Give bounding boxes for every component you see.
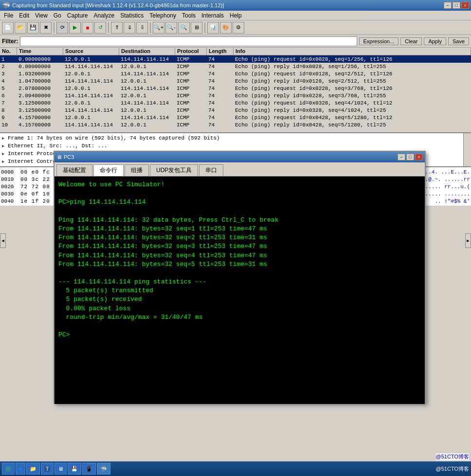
sep4 bbox=[204, 22, 205, 33]
col-header-info[interactable]: Info bbox=[234, 48, 471, 55]
menu-internals[interactable]: Internals bbox=[199, 11, 227, 20]
wireshark-taskbar-icon: 🦈 bbox=[100, 466, 107, 472]
toolbar-restart[interactable]: ↺ bbox=[94, 22, 106, 34]
pc3-tab-serial[interactable]: 串口 bbox=[199, 164, 223, 176]
col-header-destination[interactable]: Destination bbox=[119, 48, 175, 55]
wireshark-icon: 🦈 bbox=[2, 1, 10, 9]
pc3-tabs: 基础配置 命令行 组播 UDP发包工具 串口 bbox=[54, 162, 425, 176]
table-row[interactable]: 3 1.03200000 12.0.0.1 114.114.114.114 IC… bbox=[0, 70, 471, 77]
pc3-icon: 🖥 bbox=[56, 154, 62, 160]
toolbar-new[interactable]: 📄 bbox=[2, 22, 14, 34]
pc3-maximize[interactable]: □ bbox=[406, 154, 414, 160]
minimize-button[interactable]: − bbox=[444, 2, 452, 9]
sep3 bbox=[150, 22, 151, 33]
expand-icon-ip: ▶ bbox=[2, 151, 8, 157]
table-row[interactable]: 2 0.00000000 114.114.114.114 12.0.0.1 IC… bbox=[0, 63, 471, 70]
pc3-minimize[interactable]: − bbox=[398, 154, 405, 160]
toolbar-prefs[interactable]: ⚙ bbox=[233, 22, 244, 34]
toolbar-reload[interactable]: ⟳ bbox=[56, 22, 68, 34]
clear-button[interactable]: Clear bbox=[400, 37, 422, 45]
menu-tools[interactable]: Tools bbox=[179, 11, 199, 20]
taskbar-wireshark[interactable]: 🦈 bbox=[97, 463, 110, 475]
filter-label: Filter: bbox=[2, 38, 18, 45]
table-row[interactable]: 6 2.09400000 114.114.114.114 12.0.0.1 IC… bbox=[0, 92, 471, 99]
table-row[interactable]: 5 2.07800000 12.0.0.1 114.114.114.114 IC… bbox=[0, 85, 471, 92]
pc3-tab-multicast[interactable]: 组播 bbox=[125, 164, 149, 176]
table-row[interactable]: 10 4.15700000 114.114.114.114 12.0.0.1 I… bbox=[0, 121, 471, 128]
pc3-controls: − □ × bbox=[398, 154, 423, 160]
table-row[interactable]: 8 3.12500000 114.114.114.114 12.0.0.1 IC… bbox=[0, 106, 471, 114]
menubar: File Edit View Go Capture Analyze Statis… bbox=[0, 11, 471, 20]
toolbar: 📄 📂 💾 ✖ ⟳ ▶ ■ ↺ ⇑ ⇓ ⇩ 🔍+ 🔍- 🔍 ⊞ 📊 🎨 ⚙ bbox=[0, 20, 471, 35]
menu-statistics[interactable]: Statistics bbox=[117, 11, 146, 20]
toolbar-scroll-end[interactable]: ⇩ bbox=[136, 22, 148, 34]
pc3-close[interactable]: × bbox=[415, 154, 423, 160]
left-arrow[interactable]: ◄ bbox=[0, 233, 6, 248]
phone-icon: 📱 bbox=[86, 466, 92, 472]
menu-capture[interactable]: Capture bbox=[64, 11, 91, 20]
table-row[interactable]: 4 1.04700000 114.114.114.114 12.0.0.1 IC… bbox=[0, 77, 471, 85]
col-header-time[interactable]: Time bbox=[17, 48, 63, 55]
taskbar-word[interactable]: T bbox=[41, 463, 54, 475]
toolbar-zoom-in[interactable]: 🔍+ bbox=[153, 22, 164, 34]
menu-go[interactable]: Go bbox=[51, 11, 64, 20]
pc3-dialog: 🖥 PC3 − □ × 基础配置 命令行 组播 UDP发包工具 串口 Welco… bbox=[54, 151, 426, 404]
toolbar-scroll-down[interactable]: ⇓ bbox=[124, 22, 135, 34]
toolbar-scroll-up[interactable]: ⇑ bbox=[111, 22, 123, 34]
taskbar-monitor[interactable]: 🖥 bbox=[54, 463, 67, 475]
word-icon: T bbox=[44, 466, 50, 472]
toolbar-zoom-out[interactable]: 🔍- bbox=[165, 22, 177, 34]
toolbar-save[interactable]: 💾 bbox=[27, 22, 39, 34]
toolbar-start[interactable]: ▶ bbox=[69, 22, 81, 34]
menu-edit[interactable]: Edit bbox=[16, 11, 32, 20]
close-button[interactable]: × bbox=[461, 2, 469, 9]
toolbar-zoom-normal[interactable]: 🔍 bbox=[178, 22, 190, 34]
col-header-no[interactable]: No. bbox=[0, 48, 17, 55]
taskbar-right: @51CTO博客 bbox=[436, 465, 469, 473]
col-header-length[interactable]: Length bbox=[207, 48, 234, 55]
detail-row-ethernet[interactable]: ▶ Ethernet II, Src: ..., Dst: ... bbox=[1, 142, 462, 150]
save-button[interactable]: Save bbox=[448, 37, 469, 45]
pc3-tab-basic[interactable]: 基础配置 bbox=[56, 164, 92, 176]
middle-scrollbar[interactable] bbox=[463, 133, 471, 166]
pc3-tab-udp[interactable]: UDP发包工具 bbox=[150, 164, 198, 176]
taskbar-folder[interactable]: 📁 bbox=[26, 463, 40, 475]
hex-offset: 0010 bbox=[1, 176, 17, 182]
taskbar-start[interactable]: ⊞ bbox=[2, 463, 15, 475]
hex-ascii: ....4. ...E...E. bbox=[418, 169, 470, 175]
titlebar-title: Capturing from Standard input [Wireshark… bbox=[12, 2, 224, 8]
maximize-button[interactable]: □ bbox=[453, 2, 460, 9]
toolbar-coloring[interactable]: 🎨 bbox=[220, 22, 232, 34]
toolbar-graph[interactable]: 📊 bbox=[207, 22, 219, 34]
pc3-terminal[interactable]: Welcome to use PC Simulator! PC>ping 114… bbox=[54, 176, 425, 404]
table-row[interactable]: 1 0.00000000 12.0.0.1 114.114.114.114 IC… bbox=[0, 55, 471, 63]
table-row[interactable]: 9 4.15700000 12.0.0.1 114.114.114.114 IC… bbox=[0, 114, 471, 121]
taskbar-ie[interactable]: e bbox=[16, 463, 25, 475]
taskbar-hdd[interactable]: 💾 bbox=[68, 463, 81, 475]
apply-button[interactable]: Apply bbox=[424, 37, 446, 45]
menu-view[interactable]: View bbox=[32, 11, 51, 20]
col-header-protocol[interactable]: Protocol bbox=[175, 48, 207, 55]
pc3-tab-cmd[interactable]: 命令行 bbox=[93, 164, 124, 176]
hex-offset: 0030 bbox=[1, 191, 17, 197]
taskbar-phone[interactable]: 📱 bbox=[82, 463, 96, 475]
expression-button[interactable]: Expression... bbox=[359, 37, 399, 45]
right-arrow[interactable]: ► bbox=[465, 233, 471, 248]
filter-input[interactable] bbox=[20, 36, 357, 46]
toolbar-close[interactable]: ✖ bbox=[40, 22, 52, 34]
menu-help[interactable]: Help bbox=[227, 11, 245, 20]
toolbar-open[interactable]: 📂 bbox=[15, 22, 26, 34]
toolbar-stop[interactable]: ■ bbox=[82, 22, 93, 34]
detail-row-frame[interactable]: ▶ Frame 1: 74 bytes on wire (592 bits), … bbox=[1, 134, 462, 142]
hex-offset: 0000 bbox=[1, 169, 17, 175]
monitor-icon: 🖥 bbox=[58, 466, 63, 472]
filterbar: Filter: Expression... Clear Apply Save bbox=[0, 35, 471, 48]
menu-file[interactable]: File bbox=[1, 11, 16, 20]
menu-telephony[interactable]: Telephony bbox=[146, 11, 179, 20]
menu-analyze[interactable]: Analyze bbox=[91, 11, 118, 20]
col-header-source[interactable]: Source bbox=[63, 48, 119, 55]
toolbar-zoom-fit[interactable]: ⊞ bbox=[191, 22, 202, 34]
table-row[interactable]: 7 3.12500000 12.0.0.1 114.114.114.114 IC… bbox=[0, 99, 471, 106]
titlebar-controls: − □ × bbox=[444, 2, 469, 9]
expand-icon: ▶ bbox=[2, 136, 8, 141]
